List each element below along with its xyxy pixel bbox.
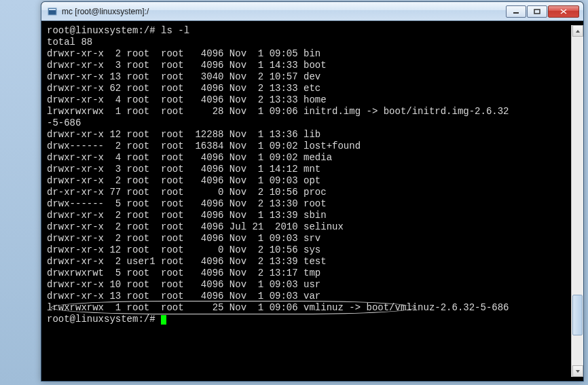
svg-rect-2 [513,12,519,14]
scroll-down-button[interactable] [572,365,583,377]
window-title: mc [root@linuxsystem]:/ [62,7,505,16]
cursor [161,315,166,325]
scroll-up-button[interactable] [572,25,583,37]
titlebar[interactable]: mc [root@linuxsystem]:/ [41,2,583,21]
close-button[interactable] [548,5,579,18]
terminal-icon [47,6,58,17]
scroll-thumb[interactable] [572,295,583,335]
scroll-track[interactable] [572,37,583,365]
maximize-button[interactable] [527,5,547,18]
svg-rect-1 [49,9,56,10]
terminal-output[interactable]: root@linuxsystem:/# ls -l total 88 drwxr… [47,25,571,377]
scrollbar[interactable] [571,25,583,377]
window-controls [505,5,579,18]
terminal-area: root@linuxsystem:/# ls -l total 88 drwxr… [41,21,583,381]
terminal-window: mc [root@linuxsystem]:/ root@linuxsystem… [41,1,584,382]
minimize-button[interactable] [506,5,526,18]
svg-rect-3 [534,10,540,14]
